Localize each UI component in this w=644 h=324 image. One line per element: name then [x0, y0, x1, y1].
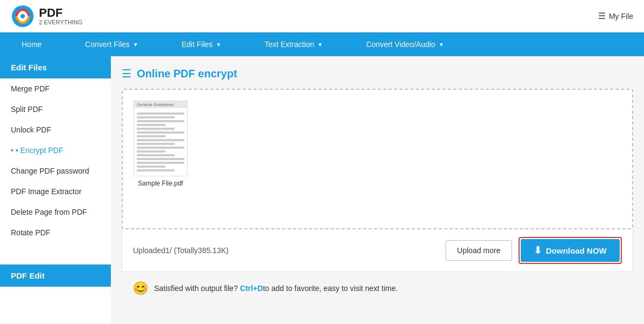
- footer-hotkey: Ctrl+D: [240, 284, 263, 293]
- sidebar-item-rotate-pdf[interactable]: Rotate PDF: [0, 222, 111, 243]
- footer-note: 😊 Satisfied with output file? Ctrl+Dto a…: [122, 272, 633, 305]
- thumb-line: [137, 158, 184, 160]
- nav-home-label: Home: [22, 40, 42, 49]
- thumb-line: [137, 124, 165, 126]
- file-icon: ☰: [598, 11, 606, 21]
- page-header: ☰ Online PDF encrypt: [122, 67, 633, 80]
- download-button[interactable]: ⬇ Download NOW: [521, 239, 620, 262]
- my-file-label: My File: [609, 12, 633, 21]
- content-area: ☰ Online PDF encrypt General Guidelines: [111, 56, 644, 324]
- nav-convert-label: Convert Files: [85, 40, 129, 49]
- nav-item-home[interactable]: Home: [0, 32, 63, 56]
- footer-text-before: Satisfied with output file?: [154, 284, 240, 293]
- sidebar-item-split-pdf[interactable]: Split PDF: [0, 99, 111, 120]
- download-label: Download NOW: [546, 246, 607, 255]
- sidebar: Edit Files Merge PDF Split PDF Unlock PD…: [0, 56, 111, 324]
- thumb-line: [137, 113, 184, 115]
- thumb-line: [137, 166, 165, 168]
- sidebar-item-image-extractor[interactable]: PDF Image Extractor: [0, 181, 111, 202]
- thumb-line: [137, 120, 184, 122]
- nav-item-text-extraction[interactable]: Text Extraction ▼: [243, 32, 344, 56]
- sidebar-item-change-password[interactable]: Change PDF password: [0, 161, 111, 181]
- page-title: Online PDF encrypt: [137, 68, 237, 80]
- file-thumb-header: General Guidelines: [134, 101, 187, 108]
- nav-edit-arrow: ▼: [216, 42, 221, 48]
- sidebar-item-delete-page[interactable]: Delete Page from PDF: [0, 202, 111, 222]
- thumb-line: [137, 131, 184, 134]
- download-icon: ⬇: [534, 244, 542, 256]
- file-thumbnail: General Guidelines: [134, 101, 188, 176]
- nav-item-convert-video[interactable]: Convert Video/Audio ▼: [344, 32, 466, 56]
- thumb-line: [137, 154, 175, 156]
- nav-text-arrow: ▼: [317, 42, 323, 48]
- svg-point-2: [21, 14, 25, 18]
- footer-text-after: to add to favorite, easy to visit next t…: [263, 284, 398, 293]
- page-header-icon: ☰: [122, 67, 131, 80]
- thumb-line: [137, 169, 175, 171]
- sidebar-item-encrypt-pdf[interactable]: • Encrypt PDF: [0, 140, 111, 161]
- sidebar-title: Edit Files: [0, 56, 111, 78]
- thumb-line: [137, 139, 184, 141]
- main-nav: Home Convert Files ▼ Edit Files ▼ Text E…: [0, 32, 644, 56]
- nav-text-label: Text Extraction: [264, 40, 314, 49]
- sidebar-item-unlock-pdf[interactable]: Unlock PDF: [0, 120, 111, 140]
- file-name: Sample File.pdf: [134, 180, 188, 187]
- footer-text: Satisfied with output file? Ctrl+Dto add…: [154, 284, 398, 293]
- sidebar-footer: PDF Edit: [0, 265, 111, 287]
- thumb-line: [137, 162, 184, 164]
- logo[interactable]: PDF 2 EVERYTHING: [11, 4, 83, 28]
- thumb-line: [137, 135, 165, 137]
- thumb-line: [137, 143, 175, 145]
- main-content: Edit Files Merge PDF Split PDF Unlock PD…: [0, 56, 644, 324]
- logo-sub: 2 EVERYTHING: [39, 19, 83, 25]
- my-file-button[interactable]: ☰ My File: [598, 11, 633, 21]
- file-thumb-lines: [134, 108, 187, 176]
- footer-emoji: 😊: [132, 281, 149, 296]
- nav-convert-arrow: ▼: [133, 42, 138, 48]
- nav-video-arrow: ▼: [439, 42, 444, 48]
- bottom-actions: Upload more ⬇ Download NOW: [446, 237, 622, 264]
- logo-icon: [11, 4, 35, 28]
- sidebar-item-merge-pdf[interactable]: Merge PDF: [0, 78, 111, 99]
- thumb-line: [137, 150, 165, 153]
- bottom-bar: Uploaded1/ (Totally385.13K) Upload more …: [122, 229, 633, 272]
- thumb-line: [137, 147, 184, 149]
- header: PDF 2 EVERYTHING ☰ My File: [0, 0, 644, 32]
- logo-brand: PDF: [39, 7, 83, 19]
- logo-text-group: PDF 2 EVERYTHING: [39, 7, 83, 25]
- nav-video-label: Convert Video/Audio: [366, 40, 435, 49]
- nav-item-edit-files[interactable]: Edit Files ▼: [160, 32, 243, 56]
- nav-item-convert-files[interactable]: Convert Files ▼: [63, 32, 160, 56]
- nav-edit-label: Edit Files: [182, 40, 213, 49]
- upload-area: General Guidelines: [122, 89, 633, 229]
- upload-more-button[interactable]: Upload more: [446, 240, 512, 261]
- thumb-line: [137, 128, 175, 130]
- download-wrapper: ⬇ Download NOW: [519, 237, 622, 264]
- thumb-line: [137, 116, 175, 118]
- upload-info: Uploaded1/ (Totally385.13K): [133, 246, 229, 255]
- file-item[interactable]: General Guidelines: [134, 101, 188, 187]
